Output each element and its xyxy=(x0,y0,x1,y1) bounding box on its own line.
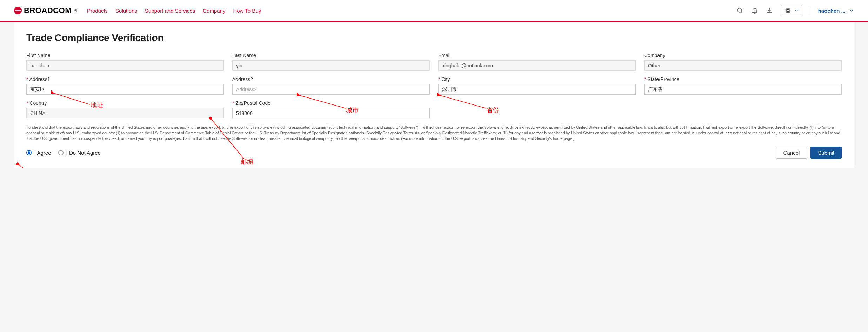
first-name-input xyxy=(26,60,224,71)
email-label: Email xyxy=(438,53,636,58)
field-country: Country xyxy=(26,100,224,118)
submit-button[interactable]: Submit xyxy=(810,147,842,159)
radio-dot-icon xyxy=(26,150,32,155)
brand-logo[interactable]: BROADCOM® xyxy=(14,6,77,15)
zip-label: Zip/Postal Code xyxy=(232,100,430,106)
global-header: BROADCOM® Products Solutions Support and… xyxy=(0,0,868,21)
compliance-card: Trade Compliance Verification First Name… xyxy=(14,22,854,168)
primary-nav: Products Solutions Support and Services … xyxy=(87,8,261,14)
email-input xyxy=(438,60,636,71)
svg-point-0 xyxy=(737,8,742,12)
nav-howtobuy[interactable]: How To Buy xyxy=(233,8,261,14)
first-name-label: First Name xyxy=(26,53,224,58)
actions-row: I Agree I Do Not Agree Cancel Submit xyxy=(26,147,842,159)
address1-input[interactable] xyxy=(26,84,224,95)
cancel-button[interactable]: Cancel xyxy=(776,147,807,159)
nav-support[interactable]: Support and Services xyxy=(145,8,195,14)
radio-dot-icon xyxy=(58,150,64,155)
city-label: City xyxy=(438,76,636,82)
svg-rect-3 xyxy=(787,10,789,12)
page-title: Trade Compliance Verification xyxy=(26,32,842,43)
last-name-label: Last Name xyxy=(232,53,430,58)
field-address2: Address2 xyxy=(232,76,430,95)
state-input[interactable] xyxy=(644,84,842,95)
field-first-name: First Name xyxy=(26,53,224,71)
form-grid: First Name Last Name Email Company Addre… xyxy=(26,53,842,118)
field-state: State/Province xyxy=(644,76,842,95)
bell-icon[interactable] xyxy=(751,7,758,14)
svg-line-14 xyxy=(20,165,71,168)
company-input xyxy=(644,60,842,71)
user-menu[interactable]: haochen ... xyxy=(818,8,854,14)
nav-solutions[interactable]: Solutions xyxy=(115,8,137,14)
user-display-name: haochen ... xyxy=(818,8,846,14)
svg-rect-2 xyxy=(786,9,790,12)
company-label: Company xyxy=(644,53,842,58)
address2-label: Address2 xyxy=(232,76,430,82)
state-label: State/Province xyxy=(644,76,842,82)
chip-icon xyxy=(784,7,792,14)
field-zip: Zip/Postal Code xyxy=(232,100,430,118)
country-input xyxy=(26,108,224,118)
header-left: BROADCOM® Products Solutions Support and… xyxy=(14,6,261,15)
button-group: Cancel Submit xyxy=(776,147,842,159)
brand-mark-icon xyxy=(14,7,22,14)
last-name-input xyxy=(232,60,430,71)
radio-agree[interactable]: I Agree xyxy=(26,150,51,156)
chevron-down-icon xyxy=(794,8,799,13)
city-input[interactable] xyxy=(438,84,636,95)
trademark-icon: ® xyxy=(74,9,77,13)
address2-input[interactable] xyxy=(232,84,430,95)
radio-agree-label: I Agree xyxy=(34,150,51,156)
chevron-down-icon xyxy=(849,8,854,13)
field-email: Email xyxy=(438,53,636,71)
download-icon[interactable] xyxy=(766,7,773,14)
divider xyxy=(810,6,810,15)
radio-disagree[interactable]: I Do Not Agree xyxy=(58,150,101,156)
field-city: City xyxy=(438,76,636,95)
field-last-name: Last Name xyxy=(232,53,430,71)
nav-company[interactable]: Company xyxy=(203,8,225,14)
disclaimer-text: I understand that the export laws and re… xyxy=(26,125,842,142)
search-icon[interactable] xyxy=(736,7,743,14)
field-address1: Address1 xyxy=(26,76,224,95)
svg-line-1 xyxy=(741,12,742,13)
address1-label: Address1 xyxy=(26,76,224,82)
country-label: Country xyxy=(26,100,224,106)
field-company: Company xyxy=(644,53,842,71)
brand-name: BROADCOM xyxy=(24,6,72,15)
product-picker[interactable] xyxy=(781,5,802,16)
zip-input[interactable] xyxy=(232,108,430,118)
header-right: haochen ... xyxy=(736,5,854,16)
radio-disagree-label: I Do Not Agree xyxy=(66,150,101,156)
nav-products[interactable]: Products xyxy=(87,8,108,14)
consent-radios: I Agree I Do Not Agree xyxy=(26,150,101,156)
